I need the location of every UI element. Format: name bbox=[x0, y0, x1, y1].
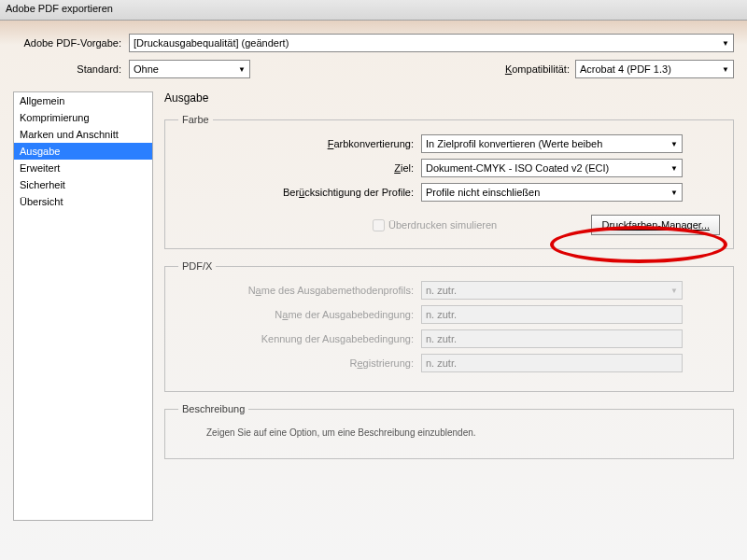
preset-label: Adobe PDF-Vorgabe: bbox=[13, 37, 129, 49]
output-condition-id-label: Kennung der Ausgabebedingung: bbox=[178, 333, 421, 344]
registration-label: Registrierung: bbox=[178, 357, 421, 369]
group-beschreibung-legend: Beschreibung bbox=[178, 403, 248, 414]
row-output-condition-name: Name der Ausgabebedingung: n. zutr. bbox=[178, 305, 720, 324]
chevron-down-icon: ▼ bbox=[669, 140, 680, 148]
group-beschreibung: Beschreibung Zeigen Sie auf eine Option,… bbox=[164, 403, 734, 459]
content-panel: Ausgabe Farbe Farbkonvertierung: In Ziel… bbox=[164, 91, 734, 521]
window-title: Adobe PDF exportieren bbox=[6, 3, 113, 14]
sidebar-item-komprimierung[interactable]: Komprimierung bbox=[14, 109, 152, 126]
group-farbe-legend: Farbe bbox=[178, 114, 213, 125]
chevron-down-icon: ▼ bbox=[669, 164, 680, 173]
profile-value: Profile nicht einschließen bbox=[426, 187, 540, 198]
section-title: Ausgabe bbox=[164, 91, 734, 105]
window-title-bar: Adobe PDF exportieren bbox=[0, 0, 747, 21]
row-ziel: Ziel: Dokument-CMYK - ISO Coated v2 (ECI… bbox=[178, 159, 720, 177]
standard-select[interactable]: Ohne ▼ bbox=[129, 60, 250, 78]
row-output-condition-id: Kennung der Ausgabebedingung: n. zutr. bbox=[178, 329, 720, 348]
overprint-checkbox bbox=[373, 219, 385, 231]
ziel-label: Ziel: bbox=[178, 162, 421, 174]
ziel-select[interactable]: Dokument-CMYK - ISO Coated v2 (ECI) ▼ bbox=[421, 159, 683, 177]
chevron-down-icon: ▼ bbox=[669, 287, 680, 295]
compat-value: Acrobat 4 (PDF 1.3) bbox=[580, 63, 671, 75]
row-overprint: Überdrucken simulieren Druckfarben-Manag… bbox=[178, 215, 720, 235]
row-farbkonvertierung: Farbkonvertierung: In Zielprofil konvert… bbox=[178, 134, 720, 153]
compat-select[interactable]: Acrobat 4 (PDF 1.3) ▼ bbox=[575, 60, 734, 78]
output-condition-id-field: n. zutr. bbox=[421, 329, 683, 348]
output-condition-name-field: n. zutr. bbox=[421, 305, 683, 324]
chevron-down-icon: ▼ bbox=[720, 65, 731, 74]
ziel-value: Dokument-CMYK - ISO Coated v2 (ECI) bbox=[426, 162, 609, 174]
profile-label: Berücksichtigung der Profile: bbox=[178, 187, 421, 198]
sidebar-item-sicherheit[interactable]: Sicherheit bbox=[14, 176, 152, 193]
output-condition-name-label: Name der Ausgabebedingung: bbox=[178, 309, 421, 320]
farbkonvertierung-label: Farbkonvertierung: bbox=[178, 138, 421, 149]
sidebar-item-allgemein[interactable]: Allgemein bbox=[14, 92, 152, 109]
preset-row: Adobe PDF-Vorgabe: [Druckausgabequalität… bbox=[13, 34, 734, 52]
sidebar: Allgemein Komprimierung Marken und Ansch… bbox=[13, 91, 153, 521]
overprint-checkbox-label: Überdrucken simulieren bbox=[373, 219, 497, 231]
sidebar-item-ausgabe[interactable]: Ausgabe bbox=[14, 143, 152, 160]
group-pdfx: PDF/X Name des Ausgabemethodenprofils: n… bbox=[164, 260, 734, 392]
registration-field: n. zutr. bbox=[421, 354, 683, 372]
sidebar-item-erweitert[interactable]: Erweitert bbox=[14, 160, 152, 176]
dialog-body: Adobe PDF-Vorgabe: [Druckausgabequalität… bbox=[0, 21, 747, 528]
compat-label: Kompatibilität: bbox=[505, 63, 575, 75]
profile-select[interactable]: Profile nicht einschließen ▼ bbox=[421, 183, 683, 202]
preset-value: [Druckausgabequalität] (geändert) bbox=[134, 37, 289, 49]
ink-manager-button[interactable]: Druckfarben-Manager... bbox=[591, 215, 720, 235]
standard-label: Standard: bbox=[13, 63, 129, 75]
preset-select[interactable]: [Druckausgabequalität] (geändert) ▼ bbox=[129, 34, 734, 52]
group-farbe: Farbe Farbkonvertierung: In Zielprofil k… bbox=[164, 114, 734, 249]
sidebar-item-uebersicht[interactable]: Übersicht bbox=[14, 193, 152, 210]
chevron-down-icon: ▼ bbox=[236, 65, 247, 74]
row-profile: Berücksichtigung der Profile: Profile ni… bbox=[178, 183, 720, 202]
columns: Allgemein Komprimierung Marken und Ansch… bbox=[13, 91, 734, 521]
chevron-down-icon: ▼ bbox=[720, 39, 731, 48]
chevron-down-icon: ▼ bbox=[669, 189, 680, 197]
output-profile-name-select: n. zutr. ▼ bbox=[421, 281, 683, 300]
farbkonvertierung-value: In Zielprofil konvertieren (Werte beibeh bbox=[426, 138, 602, 149]
group-pdfx-legend: PDF/X bbox=[178, 260, 216, 272]
description-text: Zeigen Sie auf eine Option, um eine Besc… bbox=[178, 424, 720, 445]
standard-value: Ohne bbox=[134, 63, 159, 75]
row-output-profile-name: Name des Ausgabemethodenprofils: n. zutr… bbox=[178, 281, 720, 300]
output-profile-name-label: Name des Ausgabemethodenprofils: bbox=[178, 285, 421, 296]
row-registration: Registrierung: n. zutr. bbox=[178, 354, 720, 372]
sidebar-item-marken-anschnitt[interactable]: Marken und Anschnitt bbox=[14, 126, 152, 143]
standard-row: Standard: Ohne ▼ Kompatibilität: Acrobat… bbox=[13, 60, 734, 78]
farbkonvertierung-select[interactable]: In Zielprofil konvertieren (Werte beibeh… bbox=[421, 134, 683, 153]
